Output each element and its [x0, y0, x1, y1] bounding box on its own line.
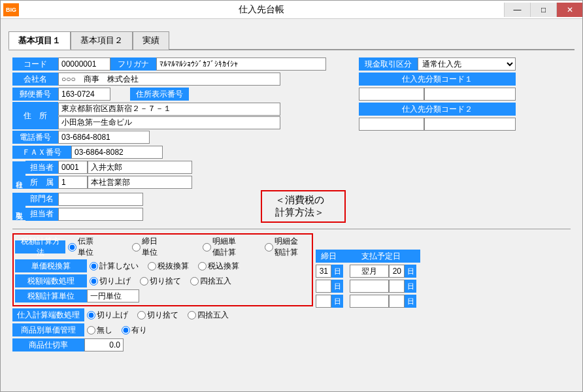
label-tel: 電話番号 [12, 131, 58, 144]
company-input[interactable] [58, 73, 280, 86]
radio-detail-price[interactable]: 明細単価計算 [203, 236, 242, 258]
label-class2: 仕入先分類コード２ [359, 103, 516, 116]
radio-slip-unit[interactable]: 伝票単位 [68, 236, 97, 258]
tax-unit-input[interactable] [87, 289, 139, 302]
address1-input[interactable] [58, 103, 280, 116]
class1-code-input[interactable] [359, 88, 424, 101]
tab-bar: 基本項目１ 基本項目２ 実績 [8, 31, 575, 50]
label-day-4: 日 [405, 280, 416, 293]
person-name-input[interactable] [88, 161, 192, 174]
radio-none[interactable]: 無し [87, 325, 112, 336]
tax-round-radios: 切り上げ 切り捨て 四捨五入 [87, 276, 238, 287]
radio-no-calc[interactable]: 計算しない [90, 261, 139, 272]
divider [12, 229, 571, 229]
cut-rate-input[interactable] [84, 338, 124, 351]
zip-input[interactable] [58, 88, 110, 101]
fax-input[interactable] [71, 146, 163, 159]
item-price-radios: 無し 有り [84, 325, 154, 336]
app-icon: BIG [3, 3, 19, 16]
label-pay-date: 支払予定日 [342, 250, 420, 263]
pay-month-input-3[interactable] [350, 295, 389, 308]
pay-month-input-2[interactable] [350, 280, 389, 293]
callout-tax-method: ＜消費税の計算方法＞ [261, 190, 346, 223]
label-company: 会社名 [12, 73, 58, 86]
radio-pur-round-up[interactable]: 切り上げ [87, 310, 128, 321]
radio-exists[interactable]: 有り [122, 325, 147, 336]
radio-round-down[interactable]: 切り捨て [140, 276, 181, 287]
label-customer-person: 担当者 [25, 208, 58, 221]
label-purchase-round: 仕入計算端数処理 [12, 308, 84, 321]
label-deptname: 部門名 [25, 193, 58, 206]
label-person: 担当者 [25, 161, 58, 174]
code-input[interactable] [58, 57, 110, 71]
label-day-6: 日 [405, 295, 416, 308]
label-self-company: 自社 [12, 161, 25, 189]
close-day-input[interactable] [316, 265, 331, 278]
tel-input[interactable] [58, 131, 150, 144]
close-day-input-2[interactable] [316, 280, 331, 293]
class1-name-input[interactable] [424, 88, 516, 101]
tab-basic-2[interactable]: 基本項目２ [71, 31, 133, 50]
radio-pur-round-down[interactable]: 切り捨て [137, 310, 178, 321]
pay-day-input-3[interactable] [389, 295, 405, 308]
label-cash-div: 現金取引区分 [359, 57, 418, 71]
radio-pur-round-half[interactable]: 四捨五入 [188, 310, 229, 321]
label-tax-unit: 税額計算単位 [15, 289, 87, 302]
pay-month-input[interactable] [350, 265, 389, 278]
label-address: 住 所 [12, 102, 58, 129]
dept-code-input[interactable] [58, 176, 88, 189]
label-day-3: 日 [331, 280, 343, 293]
purchase-round-radios: 切り上げ 切り捨て 四捨五入 [84, 310, 235, 321]
class2-name-input[interactable] [424, 118, 516, 131]
furigana-input[interactable] [156, 57, 326, 71]
person-code-input[interactable] [58, 161, 88, 174]
label-day-1: 日 [331, 265, 343, 278]
window-title: 仕入先台帳 [19, 4, 504, 16]
label-zip: 郵便番号 [12, 88, 58, 101]
label-item-price: 商品別単価管理 [12, 323, 84, 336]
cash-div-select[interactable]: 通常仕入先 [418, 57, 516, 71]
label-fax: ＦＡＸ番号 [12, 146, 71, 159]
label-unit-calc: 単価税換算 [15, 259, 87, 272]
tab-basic-1[interactable]: 基本項目１ [8, 31, 71, 50]
class2-code-input[interactable] [359, 118, 424, 131]
label-furigana: フリガナ [110, 57, 156, 71]
radio-round-half[interactable]: 四捨五入 [190, 276, 231, 287]
customer-dept-input[interactable] [58, 193, 143, 206]
titlebar: BIG 仕入先台帳 — □ ✕ [1, 1, 582, 19]
dept-name-input[interactable] [88, 176, 192, 189]
label-tax-round: 税額端数処理 [15, 274, 87, 287]
radio-excl-tax[interactable]: 税抜換算 [148, 261, 189, 272]
label-cut-rate: 商品仕切率 [12, 338, 84, 351]
radio-round-up[interactable]: 切り上げ [90, 276, 131, 287]
maximize-button[interactable]: □ [530, 3, 556, 17]
address2-input[interactable] [58, 116, 280, 129]
tax-calc-radios: 伝票単位 締日単位 明細単価計算 明細金額計算 [65, 236, 310, 258]
pay-day-input[interactable] [389, 265, 405, 278]
label-class1: 仕入先分類コード１ [359, 73, 516, 86]
label-day-5: 日 [331, 295, 343, 308]
radio-detail-amount[interactable]: 明細金額計算 [265, 236, 305, 258]
address-display-button[interactable]: 住所表示番号 [130, 88, 189, 101]
radio-close-unit[interactable]: 締日単位 [132, 236, 161, 258]
label-code: コード [12, 57, 58, 71]
label-close-day: 締日 [316, 250, 342, 263]
radio-incl-tax[interactable]: 税込換算 [198, 261, 239, 272]
unit-calc-radios: 計算しない 税抜換算 税込換算 [87, 261, 246, 272]
close-button[interactable]: ✕ [556, 3, 582, 17]
label-dept: 所 属 [25, 176, 58, 189]
close-day-input-3[interactable] [316, 295, 331, 308]
pay-day-input-2[interactable] [389, 280, 405, 293]
customer-person-input[interactable] [58, 208, 143, 221]
label-customer: 取引先 [12, 193, 25, 220]
label-tax-calc: 税額計算方法 [15, 240, 65, 253]
minimize-button[interactable]: — [504, 3, 530, 17]
label-day-2: 日 [405, 265, 416, 278]
tab-results[interactable]: 実績 [133, 31, 169, 50]
